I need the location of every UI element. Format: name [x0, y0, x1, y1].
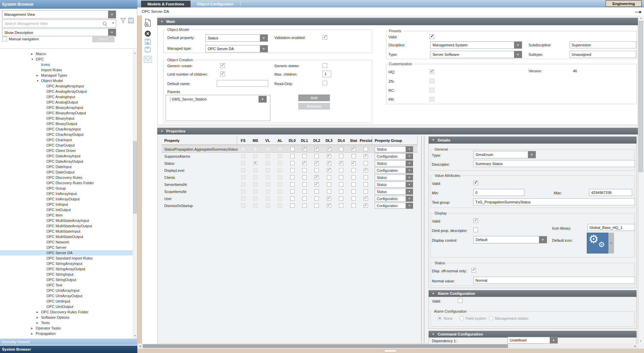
flag-checkbox-dl4[interactable]: [339, 203, 343, 208]
flag-checkbox-persist[interactable]: [364, 196, 368, 201]
flag-checkbox-vl[interactable]: [266, 189, 270, 194]
remove-button[interactable]: Remove: [298, 103, 330, 110]
column-header-property-group[interactable]: Property Group: [372, 136, 417, 145]
property-row-statuspropagation-aggregatedsummarystatus[interactable]: StatusPropagation.AggregatedSummaryStatu…: [162, 146, 417, 153]
collapse-arrow-icon[interactable]: ▼: [36, 79, 41, 82]
main-scrollbar-thumb[interactable]: [639, 21, 643, 172]
flag-checkbox-dl2[interactable]: [314, 203, 319, 208]
max-children-field[interactable]: 1: [323, 71, 331, 77]
display-valid-checkbox[interactable]: [473, 218, 478, 223]
flag-checkbox-al[interactable]: [278, 196, 282, 201]
chevron-down-icon[interactable]: ▼: [406, 146, 413, 152]
scroll-down-icon[interactable]: ▼: [638, 339, 643, 343]
parents-chevron-icon[interactable]: ▼: [259, 96, 267, 103]
tree-item-opc-chararrayinput[interactable]: OPC CharArrayInput: [0, 126, 133, 132]
flag-checkbox-vl[interactable]: [266, 147, 270, 151]
flag-checkbox-ms[interactable]: [253, 203, 258, 208]
flag-checkbox-dl0[interactable]: [290, 203, 295, 208]
flag-checkbox-dl3[interactable]: [327, 182, 331, 187]
tree-item-opc-uintoutput[interactable]: OPC UintOutput: [0, 304, 133, 309]
import-model-icon[interactable]: [144, 19, 151, 27]
flag-checkbox-dl0[interactable]: [290, 147, 295, 151]
flag-checkbox-fs[interactable]: [241, 175, 245, 180]
section-header-alarm-configuration[interactable]: ▼Alarm Configuration: [429, 290, 637, 297]
flag-checkbox-dl0[interactable]: [290, 182, 295, 187]
search-input[interactable]: Search Management View ▼: [2, 19, 116, 28]
chevron-down-icon[interactable]: ▼: [260, 45, 268, 52]
property-row-user[interactable]: UserConfiguration▼: [162, 195, 417, 202]
flag-checkbox-dl3[interactable]: [327, 154, 331, 158]
chevron-down-icon[interactable]: ▼: [108, 29, 116, 36]
flag-checkbox-dl1[interactable]: [302, 154, 307, 158]
subtype-field[interactable]: Unassigned: [570, 51, 636, 58]
collapse-arrow-icon[interactable]: ▼: [432, 333, 435, 336]
flag-checkbox-stat[interactable]: [351, 147, 356, 151]
flag-checkbox-ms[interactable]: [253, 154, 258, 158]
column-header-al[interactable]: AL: [274, 136, 286, 145]
tree-item-opc-uintarrayoutput[interactable]: OPC UIntArrayOutput: [0, 293, 133, 299]
chevron-down-icon[interactable]: ▼: [406, 196, 413, 202]
tree-item-opc-charinput[interactable]: OPC CharInput: [0, 137, 133, 143]
scroll-left-icon[interactable]: ◀: [138, 344, 142, 348]
tree-item-opc-chararrayoutput[interactable]: OPC CharArrayOutput: [0, 132, 133, 137]
property-row-displaylevel[interactable]: DisplayLevelConfiguration▼: [162, 167, 417, 174]
settings-sliders-icon[interactable]: [144, 56, 152, 63]
tree-item-object-model[interactable]: ▼Object Model: [0, 78, 133, 83]
flag-checkbox-dl3[interactable]: [327, 161, 331, 165]
text-group-field[interactable]: TxG_PropagationSummaryStatus: [473, 198, 635, 205]
flag-checkbox-ms[interactable]: [253, 147, 258, 151]
chevron-down-icon[interactable]: ▼: [260, 35, 268, 41]
flag-checkbox-dl4[interactable]: [339, 182, 343, 187]
property-row-dismissonstartup[interactable]: DismissOnStartupConfiguration▼: [162, 202, 417, 209]
zn-checkbox[interactable]: [430, 79, 434, 83]
horizontal-scrollbar-thumb[interactable]: [143, 344, 508, 348]
chevron-down-icon[interactable]: ▼: [528, 151, 536, 158]
panel-splitter[interactable]: [421, 136, 422, 343]
section-header-properties[interactable]: ▼Properties: [157, 128, 638, 134]
flag-checkbox-dl4[interactable]: [339, 154, 343, 158]
tree-item-opc-group[interactable]: OPC Group: [0, 186, 133, 191]
column-header-ms[interactable]: MS: [249, 136, 261, 145]
close-icon[interactable]: [144, 30, 151, 37]
chevron-down-icon[interactable]: ▼: [406, 182, 413, 188]
tree-item-opc-intarrayoutput[interactable]: OPC IntArrayOutput: [0, 196, 133, 202]
property-group-select[interactable]: Status▼: [375, 146, 413, 152]
flag-checkbox-persist[interactable]: [364, 147, 368, 151]
tree-item-opc-dateoutput[interactable]: OPC DateOutput: [0, 169, 133, 175]
splitter-strip[interactable]: [137, 15, 142, 349]
flag-checkbox-stat[interactable]: [351, 161, 356, 165]
scroll-up-icon[interactable]: ▲: [638, 16, 643, 20]
tree-item-opc-discovery-rules-folder[interactable]: OPC Discovery Rules Folder: [0, 180, 133, 186]
flag-checkbox-persist[interactable]: [364, 175, 368, 180]
bottom-strip-handle[interactable]: [384, 349, 397, 352]
column-header-dl1[interactable]: DL1: [298, 136, 310, 145]
flag-checkbox-dl1[interactable]: [302, 168, 307, 172]
column-header-vl[interactable]: VL: [262, 136, 274, 145]
min-field[interactable]: 0: [473, 189, 524, 196]
column-header-dl3[interactable]: DL3: [323, 136, 335, 145]
rc-checkbox[interactable]: [430, 88, 434, 92]
chevron-down-icon[interactable]: ▼: [514, 51, 522, 58]
chevron-down-icon[interactable]: ▼: [514, 42, 522, 48]
flag-checkbox-al[interactable]: [278, 168, 282, 172]
flag-checkbox-stat[interactable]: [351, 168, 356, 172]
flag-checkbox-persist[interactable]: [364, 154, 368, 158]
flag-checkbox-al[interactable]: [278, 203, 282, 208]
expand-arrow-icon[interactable]: ▶: [31, 327, 36, 330]
tree-item-opc-binaryoutput[interactable]: OPC BinaryOutput: [0, 121, 133, 126]
tree-item-opc-multistatearrayoutput[interactable]: OPC MultiStateArrayOutput: [0, 223, 133, 229]
column-header-persist[interactable]: Persist: [360, 136, 372, 145]
flag-checkbox-ms[interactable]: [253, 161, 258, 165]
flag-checkbox-dl0[interactable]: [290, 196, 295, 201]
validation-enabled-checkbox[interactable]: [323, 35, 327, 40]
flag-checkbox-ms[interactable]: [253, 189, 258, 194]
tree-item-opc[interactable]: ▼OPC: [0, 56, 133, 62]
flag-checkbox-al[interactable]: [278, 147, 282, 151]
flag-checkbox-ms[interactable]: [253, 175, 258, 180]
va-valid-checkbox[interactable]: [473, 181, 478, 185]
column-header-dl4[interactable]: DL4: [335, 136, 347, 145]
expand-arrow-icon[interactable]: ▶: [31, 332, 36, 335]
flag-checkbox-dl2[interactable]: [314, 182, 319, 187]
flag-checkbox-stat[interactable]: [351, 203, 356, 208]
column-header-stat[interactable]: Stat: [347, 136, 360, 145]
